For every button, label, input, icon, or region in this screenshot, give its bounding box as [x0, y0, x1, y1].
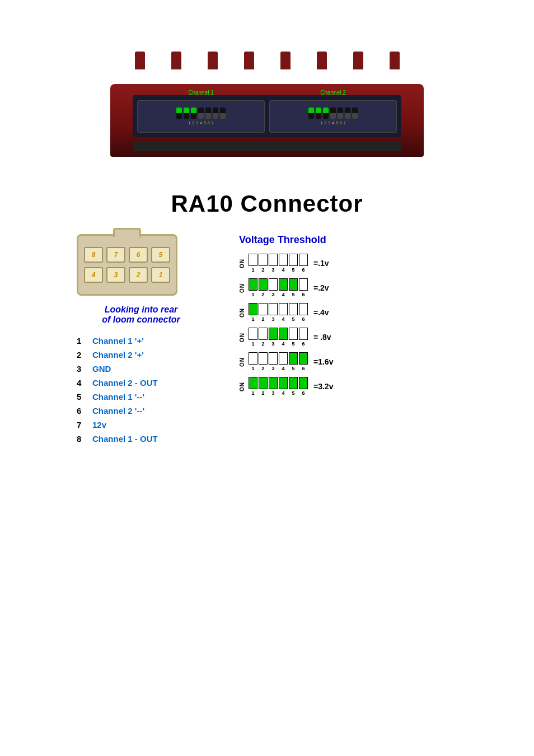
- dn4-4: 4: [279, 341, 288, 347]
- ch2-sw6: [345, 108, 350, 119]
- pin-item-7: 7 12v: [77, 420, 205, 430]
- channel1-switches: [176, 108, 226, 119]
- connector-diagram: 8 7 6 5 4 3 2 1: [77, 234, 177, 296]
- voltage-rows: ON 1 2 3: [239, 254, 457, 396]
- voltage-row-2: ON 1 2 3: [239, 278, 457, 297]
- dn5-2: 2: [259, 366, 268, 371]
- dn2-5: 5: [289, 292, 298, 297]
- d4-4: [279, 328, 288, 340]
- connector-section: 8 7 6 5 4 3 2 1 Looking into rear of loo…: [77, 234, 457, 448]
- d1-5: [289, 254, 298, 266]
- pin-num-2: 2: [77, 350, 86, 360]
- d5-1: [249, 352, 257, 365]
- dip-nums-3: 1 2 3 4 5 6: [249, 316, 308, 322]
- voltage-row-1: ON 1 2 3: [239, 254, 457, 273]
- dn6-4: 4: [279, 390, 288, 396]
- pin-desc-1: Channel 1 '+': [92, 336, 144, 346]
- dip-nums-4: 1 2 3 4 5 6: [249, 341, 308, 347]
- pin-item-5: 5 Channel 1 '--': [77, 392, 205, 402]
- vlabel-2: =.2v: [313, 283, 329, 292]
- pin-num-1: 1: [77, 336, 86, 346]
- d2-4: [279, 278, 288, 291]
- ch1-sw1: [176, 108, 182, 119]
- d5-6: [299, 352, 308, 365]
- dn6-2: 2: [259, 390, 268, 396]
- pin-num-6: 6: [77, 406, 86, 416]
- d4-5: [289, 328, 298, 340]
- dip-visual-6: [249, 377, 308, 389]
- on-label-6: ON: [239, 382, 245, 391]
- d2-5: [289, 278, 298, 291]
- dn1-1: 1: [249, 267, 257, 273]
- dip-visual-1: [249, 254, 308, 266]
- ch2-numbers: 1234567: [320, 121, 345, 125]
- ch1-sw3: [191, 108, 196, 119]
- device-body: Channel 1 1234567: [110, 84, 424, 157]
- dn3-4: 4: [279, 316, 288, 322]
- pin-item-3: 3 GND: [77, 364, 205, 374]
- dn3-3: 3: [269, 316, 278, 322]
- d1-3: [269, 254, 278, 266]
- ch2-sw7: [352, 108, 358, 119]
- device-inner: Channel 1 1234567: [133, 95, 401, 137]
- dip-diagram-4: 1 2 3 4 5 6: [249, 328, 308, 347]
- d5-5: [289, 352, 298, 365]
- pin-6: 6: [129, 247, 148, 263]
- dn1-5: 5: [289, 267, 298, 273]
- pin-num-7: 7: [77, 420, 86, 430]
- pin-item-6: 6 Channel 2 '--': [77, 406, 205, 416]
- ch2-sw2: [316, 108, 321, 119]
- dip-diagram-5: 1 2 3 4 5 6: [249, 352, 308, 371]
- d1-1: [249, 254, 257, 266]
- d5-4: [279, 352, 288, 365]
- voltage-row-3: ON 1 2 3: [239, 303, 457, 322]
- dip-nums-5: 1 2 3 4 5 6: [249, 366, 308, 371]
- fin-6: [317, 52, 327, 69]
- pin-desc-4: Channel 2 - OUT: [92, 378, 158, 388]
- ch1-sw5: [205, 108, 211, 119]
- fin-3: [208, 52, 218, 69]
- d2-3: [269, 278, 278, 291]
- on-label-2: ON: [239, 283, 245, 293]
- connector-top-row: 8 7 6 5: [84, 247, 170, 263]
- ch2-sw4: [330, 108, 336, 119]
- left-panel: 8 7 6 5 4 3 2 1 Looking into rear of loo…: [77, 234, 205, 448]
- pin-1: 1: [151, 267, 170, 283]
- d1-2: [259, 254, 268, 266]
- connector-tab: [113, 228, 141, 237]
- connector-bottom-row: 4 3 2 1: [84, 267, 170, 283]
- dn6-5: 5: [289, 390, 298, 396]
- dn2-4: 4: [279, 292, 288, 297]
- d3-2: [259, 303, 268, 315]
- d3-3: [269, 303, 278, 315]
- d6-2: [259, 377, 268, 389]
- d6-3: [269, 377, 278, 389]
- vlabel-4: = .8v: [313, 333, 331, 342]
- hardware-image: Channel 1 1234567: [110, 67, 424, 157]
- d5-3: [269, 352, 278, 365]
- hardware-section: Channel 1 1234567: [0, 0, 534, 190]
- fin-2: [171, 52, 181, 69]
- pin-num-4: 4: [77, 378, 86, 388]
- voltage-row-4: ON 1 2 3: [239, 328, 457, 347]
- d4-6: [299, 328, 308, 340]
- dip-diagram-2: 1 2 3 4 5 6: [249, 278, 308, 297]
- dn5-5: 5: [289, 366, 298, 371]
- d6-5: [289, 377, 298, 389]
- voltage-title: Voltage Threshold: [239, 234, 457, 246]
- dn1-2: 2: [259, 267, 268, 273]
- ch1-sw6: [213, 108, 218, 119]
- dn1-6: 6: [299, 267, 308, 273]
- channel2-label: Channel 2: [320, 90, 346, 96]
- dn2-3: 3: [269, 292, 278, 297]
- ch2-sw1: [308, 108, 314, 119]
- dip-diagram-3: 1 2 3 4 5 6: [249, 303, 308, 322]
- fin-1: [135, 52, 145, 69]
- dn6-1: 1: [249, 390, 257, 396]
- device-bottom-strip: [133, 141, 401, 151]
- d3-1: [249, 303, 257, 315]
- dn5-3: 3: [269, 366, 278, 371]
- dn3-1: 1: [249, 316, 257, 322]
- voltage-row-5: ON 1 2 3: [239, 352, 457, 371]
- d4-3: [269, 328, 278, 340]
